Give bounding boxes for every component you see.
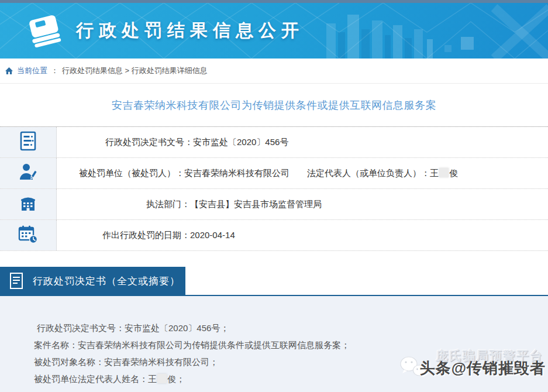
banner-title: 行政处罚结果信息公开 [76,19,304,43]
breadcrumb-colon: ： [51,66,58,76]
icon-cell [0,220,57,250]
penalty-date-text: 作出行政处罚的日期：2020-04-14 [102,230,235,241]
banner: 行政处罚结果信息公开 [0,3,548,59]
person-pen-icon [19,163,37,184]
decision-document-area: 行政处罚决定书文号：安市监处〔2020〕456号； 案件名称：安吉春荣纳米科技有… [0,296,548,392]
table-row-penalty-date: 作出行政处罚的日期：2020-04-14 [0,220,548,251]
table-row-decision-number: 行政处罚决定书文号：安市监处〔2020〕456号 [0,127,548,158]
punished-unit-text: 被处罚单位（被处罚人）：安吉春荣纳米科技有限公司 [79,168,289,179]
enforcement-department-text: 执法部门：【安吉县】安吉县市场监督管理局 [146,199,322,210]
decision-number-text: 行政处罚决定书文号：安市监处〔2020〕456号 [105,137,288,148]
calendar-clock-icon [18,225,38,246]
doc-line-legal-representative: 被处罚单位法定代表人姓名：王俊； [0,370,548,387]
redaction-box [439,168,449,177]
page-title: 安吉春荣纳米科技有限公司为传销提供条件或提供互联网信息服务案 [112,98,436,112]
row-text: 作出行政处罚的日期：2020-04-14 [57,220,548,250]
document-lines-icon [19,131,37,153]
redaction-box [157,374,167,383]
icon-cell [0,158,57,188]
case-title-section: 安吉春荣纳米科技有限公司为传销提供条件或提供互联网信息服务案 [0,84,548,126]
icon-cell [0,189,57,219]
row-text: 被处罚单位（被处罚人）：安吉春荣纳米科技有限公司 法定代表人（或单位负责人）：王… [57,158,548,188]
row-text: 执法部门：【安吉县】安吉县市场监督管理局 [57,189,548,219]
building-icon [19,194,37,215]
table-row-punished-unit: 被处罚单位（被处罚人）：安吉春荣纳米科技有限公司 法定代表人（或单位负责人）：王… [0,158,548,189]
book-icon [25,12,64,50]
legal-representative-text: 法定代表人（或单位负责人）：王俊 [307,168,458,179]
spacer [0,251,548,267]
decision-section-header: 行政处罚决定书（全文或摘要） [0,267,185,295]
doc-line-case-name: 案件名称：安吉春荣纳米科技有限公司为传销提供条件或提供互联网信息服务案； [0,336,548,353]
breadcrumb-location-label: 当前位置 [17,66,47,76]
doc-line-decision-number: 行政处罚决定书文号：安市监处〔2020〕456号； [0,319,548,336]
row-text: 行政处罚决定书文号：安市监处〔2020〕456号 [57,127,548,157]
breadcrumb-trail[interactable]: 行政处罚结果信息 > 行政处罚结果详细信息 [62,66,208,76]
home-icon [5,67,13,75]
info-table: 行政处罚决定书文号：安市监处〔2020〕456号 被处罚单位（被处罚人）：安吉春… [0,126,548,251]
section-title: 行政处罚决定书（全文或摘要） [33,274,180,288]
icon-cell [0,127,57,157]
breadcrumb: 当前位置：行政处罚结果信息 > 行政处罚结果详细信息 [0,59,548,84]
doc-line-punished-object: 被处罚对象名称：安吉春荣纳米科技有限公司； [0,353,548,370]
document-outline-icon [9,272,24,290]
table-row-enforcement-department: 执法部门：【安吉县】安吉县市场监督管理局 [0,189,548,220]
